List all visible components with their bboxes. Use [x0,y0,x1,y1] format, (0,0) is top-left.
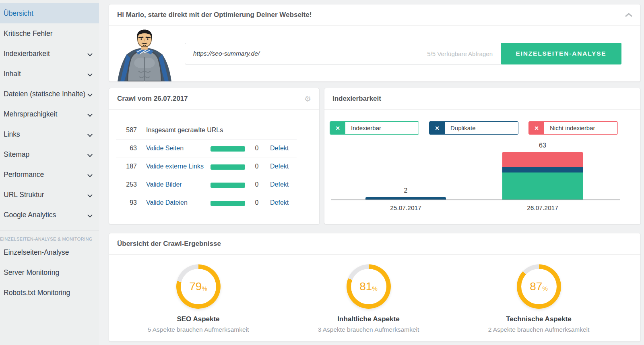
valide-externe-links-link[interactable]: Valide externe Links [146,163,204,170]
donut-center: 81 % [351,269,386,304]
x-axis-tick-label: 25.07.2017 [365,204,446,212]
sidebar-item-google-analytics[interactable]: Google Analytics [0,205,99,225]
hero-panel-header: Hi Mario, starte direkt mit der Optimier… [109,4,640,26]
chevron-down-icon [87,91,93,97]
valide-dateien-link[interactable]: Valide Dateien [146,199,188,206]
sidebar-divider [0,231,99,231]
gauge-percent-value: 81 [359,280,372,293]
chart-legend: Indexierbar Duplikate Nicht indexierbar [330,121,618,135]
url-input-wrapper: 5/5 Verfügbare Abfragen [185,43,501,64]
x-axis-tick-label: 26.07.2017 [502,204,583,212]
sidebar-item-label: Server Monitoring [4,268,59,276]
gauge-note: 5 Aspekte brauchen Aufmerksamkeit [148,326,249,333]
valide-seiten-link[interactable]: Valide Seiten [146,145,184,152]
sidebar-item-indexierbarkeit[interactable]: Indexierbarkeit [0,44,99,64]
sidebar-item-label: Links [4,130,20,138]
superhero-mascot-image [115,29,174,81]
sidebar-item-label: Indexierbarkeit [4,50,50,58]
donut-gauge-seo: 79 % [176,264,221,309]
chevron-down-icon [87,192,93,197]
progress-bar [211,201,245,206]
sidebar-item-einzelseiten-analyse[interactable]: Einzelseiten-Analyse [0,242,99,262]
sidebar-item-uebersicht[interactable]: Übersicht [0,3,99,23]
sidebar-item-performance[interactable]: Performance [0,164,99,185]
defekt-link[interactable]: Defekt [270,163,289,170]
row-value: 187 [116,163,137,170]
table-row-valide-bilder: 253 Valide Bilder 0 Defekt [116,176,297,194]
defect-count: 0 [250,181,264,188]
x-icon [529,122,544,134]
sidebar-item-server-monitoring[interactable]: Server Monitoring [0,262,99,283]
sidebar-item-url-struktur[interactable]: URL Struktur [0,185,99,205]
gauge-title: Technische Aspekte [506,315,572,323]
url-input[interactable] [193,50,427,57]
donut-gauge-inhaltliche: 81 % [347,264,391,309]
sidebar-item-mehrsprachigkeit[interactable]: Mehrsprachigkeit [0,104,99,124]
bar-total-label: 63 [539,142,546,149]
legend-toggle-nicht-indexierbar[interactable]: Nicht indexierbar [528,121,618,135]
sidebar-item-label: Inhalt [4,70,21,78]
chevron-down-icon [87,152,93,157]
row-value: 253 [116,181,137,188]
legend-toggle-duplikate[interactable]: Duplikate [429,121,518,135]
x-icon [330,122,345,134]
defekt-link[interactable]: Defekt [270,199,289,206]
x-icon [429,122,445,134]
chevron-down-icon [87,132,93,137]
chevron-down-icon [87,112,93,117]
donut-center: 79 % [181,269,216,304]
gauge-percent-value: 79 [189,280,202,293]
gauge-note: 2 Aspekte brauchen Aufmerksamkeit [488,326,590,333]
hero-panel: Hi Mario, starte direkt mit der Optimier… [109,4,641,82]
available-queries-hint: 5/5 Verfügbare Abfragen [427,50,493,57]
sidebar-monitoring-list: Einzelseiten-Analyse Server Monitoring R… [0,242,99,303]
sidebar-item-sitemap[interactable]: Sitemap [0,144,99,164]
sidebar: Übersicht Kritische Fehler Indexierbarke… [0,0,99,345]
gauge-note: 3 Aspekte brauchen Aufmerksamkeit [318,326,419,333]
results-body: 79 % SEO Aspekte 5 Aspekte brauchen Aufm… [109,255,640,333]
result-column-technische: 87 % Technische Aspekte 2 Aspekte brauch… [454,264,624,333]
table-row-total: 587 Insgesamt gecrawlte URLs [116,122,297,140]
legend-label: Duplikate [445,122,476,134]
gauge-percent-sign: % [542,285,547,292]
indexability-panel: Indexierbarkeit Indexierbar Duplikate Ni… [324,88,641,224]
sidebar-item-links[interactable]: Links [0,124,99,144]
sidebar-item-label: Kritische Fehler [4,29,53,37]
donut-center: 87 % [521,269,557,304]
indexability-chart: Indexierbar Duplikate Nicht indexierbar … [324,88,640,224]
gauge-percent-sign: % [202,285,207,292]
legend-label: Indexierbar [345,122,381,134]
chevron-down-icon [87,51,93,56]
crawl-total-label: Insgesamt gecrawlte URLs [146,127,223,134]
progress-bar [211,164,245,170]
gauge-percent-sign: % [372,285,377,292]
einzelseiten-analyse-button[interactable]: EINZELSEITEN-ANALYSE [501,43,621,64]
sidebar-item-label: Google Analytics [4,211,56,219]
sidebar-item-robots-monitoring[interactable]: Robots.txt Monitoring [0,283,99,303]
sidebar-item-kritische-fehler[interactable]: Kritische Fehler [0,23,99,44]
legend-toggle-indexierbar[interactable]: Indexierbar [330,121,419,135]
sidebar-item-inhalt[interactable]: Inhalt [0,64,99,84]
defekt-link[interactable]: Defekt [270,145,289,152]
sidebar-item-label: Performance [4,170,44,179]
collapse-chevron-up-icon[interactable] [625,12,632,17]
defekt-link[interactable]: Defekt [270,181,289,188]
defect-count: 0 [250,145,264,152]
settings-gear-icon[interactable] [304,95,311,103]
crawl-results-panel: Übersicht der Crawl-Ergebnisse 79 % SEO … [109,233,641,342]
crawl-stats-table: 587 Insgesamt gecrawlte URLs 63 Valide S… [116,122,297,212]
sidebar-item-dateien[interactable]: Dateien (statische Inhalte) [0,84,99,104]
sidebar-item-label: URL Struktur [4,191,44,199]
valide-bilder-link[interactable]: Valide Bilder [146,181,182,188]
sidebar-item-label: Sitemap [4,150,29,158]
gauge-title: Inhaltliche Aspekte [337,315,399,323]
sidebar-item-label: Übersicht [4,9,33,17]
sidebar-item-label: Robots.txt Monitoring [4,289,70,297]
sidebar-section-label: EINZELSEITEN-ANALYSE & MONITORING [0,237,99,241]
row-value: 63 [116,145,137,152]
table-row-valide-dateien: 93 Valide Dateien 0 Defekt [116,194,297,212]
hero-body: 5/5 Verfügbare Abfragen EINZELSEITEN-ANA… [109,26,640,81]
crawl-panel: Crawl vom 26.07.2017 587 Insgesamt gecra… [109,88,320,224]
x-axis-line [331,200,620,200]
legend-label: Nicht indexierbar [544,122,595,134]
